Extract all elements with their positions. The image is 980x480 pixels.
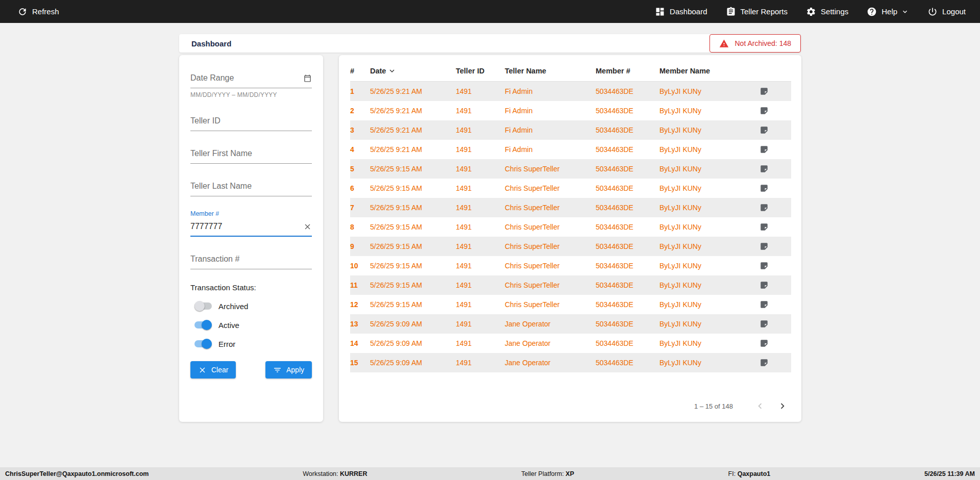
nav-teller-reports[interactable]: Teller Reports [726,7,788,17]
table-row[interactable]: 6 5/26/25 9:15 AM 1491 Chris SuperTeller… [350,179,791,198]
row-date: 5/26/25 9:09 AM [370,359,456,367]
toggle-active[interactable]: Active [190,320,312,330]
table-row[interactable]: 4 5/26/25 9:21 AM 1491 Fi Admin 5034463D… [350,140,791,159]
transaction-number-field [190,250,312,269]
row-number: 12 [350,300,370,309]
nav-dashboard[interactable]: Dashboard [655,7,707,17]
pagination-range: 1 – 15 of 148 [694,402,733,410]
note-icon[interactable] [760,145,791,154]
calendar-icon[interactable] [303,74,312,83]
table-row[interactable]: 5 5/26/25 9:15 AM 1491 Chris SuperTeller… [350,159,791,179]
col-date[interactable]: Date [370,66,456,75]
warning-icon [719,39,729,48]
nav-settings-label: Settings [821,7,848,16]
note-icon[interactable] [760,87,791,96]
table-row[interactable]: 9 5/26/25 9:15 AM 1491 Chris SuperTeller… [350,237,791,256]
row-member-name: ByLyJI KUNy [659,242,760,250]
note-icon[interactable] [760,300,791,309]
row-teller-id: 1491 [456,107,505,115]
teller-last-name-field [190,178,312,196]
row-date: 5/26/25 9:15 AM [370,223,456,231]
row-date: 5/26/25 9:15 AM [370,242,456,250]
note-icon[interactable] [760,164,791,173]
row-member-name: ByLyJI KUNy [659,262,760,270]
table-row[interactable]: 14 5/26/25 9:09 AM 1491 Jane Operator 50… [350,334,791,353]
clear-field-icon[interactable] [303,222,312,231]
not-archived-badge[interactable]: Not Archived: 148 [709,34,801,53]
toggle-error[interactable]: Error [190,339,312,349]
note-icon[interactable] [760,261,791,270]
status-platform: Teller Platform: XP [521,470,574,477]
row-teller-id: 1491 [456,300,505,309]
row-teller-id: 1491 [456,320,505,328]
row-member-name: ByLyJI KUNy [659,145,760,154]
row-teller-name: Jane Operator [505,339,596,347]
row-member-num: 5034463DE [596,339,659,347]
note-icon[interactable] [760,358,791,367]
logout-icon [927,7,938,17]
transaction-number-input[interactable] [190,255,312,264]
row-teller-id: 1491 [456,223,505,231]
teller-first-name-input[interactable] [190,149,312,158]
row-teller-name: Chris SuperTeller [505,204,596,212]
row-number: 5 [350,165,370,173]
row-teller-id: 1491 [456,184,505,192]
row-member-num: 5034463DE [596,107,659,115]
toggle-archived[interactable]: Archived [190,301,312,311]
table-row[interactable]: 11 5/26/25 9:15 AM 1491 Chris SuperTelle… [350,275,791,295]
chevron-down-icon [901,8,909,16]
table-row[interactable]: 12 5/26/25 9:15 AM 1491 Chris SuperTelle… [350,295,791,314]
col-teller-name: Teller Name [505,67,596,75]
note-icon[interactable] [760,242,791,251]
nav-help[interactable]: Help [867,7,909,17]
table-row[interactable]: 1 5/26/25 9:21 AM 1491 Fi Admin 5034463D… [350,82,791,101]
col-num: # [350,67,370,75]
date-range-input[interactable] [190,73,303,83]
table-row[interactable]: 8 5/26/25 9:15 AM 1491 Chris SuperTeller… [350,217,791,237]
teller-last-name-input[interactable] [190,182,312,191]
apply-button[interactable]: Apply [265,361,312,378]
note-icon[interactable] [760,184,791,193]
nav-settings[interactable]: Settings [806,7,848,17]
content-header: Dashboard Not Archived: 148 [179,34,801,53]
table-row[interactable]: 3 5/26/25 9:21 AM 1491 Fi Admin 5034463D… [350,120,791,140]
row-member-name: ByLyJI KUNy [659,184,760,192]
note-icon[interactable] [760,319,791,329]
row-member-num: 5034463DE [596,204,659,212]
row-member-num: 5034463DE [596,223,659,231]
toggle-archived-label: Archived [218,302,248,311]
note-icon[interactable] [760,339,791,348]
table-row[interactable]: 15 5/26/25 9:09 AM 1491 Jane Operator 50… [350,353,791,372]
not-archived-label: Not Archived: 148 [734,39,791,47]
error-switch[interactable] [194,339,212,349]
row-teller-name: Fi Admin [505,87,596,95]
page-next-icon[interactable] [777,400,788,412]
col-member-name: Member Name [659,67,760,75]
nav-logout[interactable]: Logout [927,7,966,17]
table-row[interactable]: 13 5/26/25 9:09 AM 1491 Jane Operator 50… [350,314,791,334]
row-teller-name: Jane Operator [505,359,596,367]
member-number-input[interactable] [190,222,303,231]
row-teller-name: Fi Admin [505,126,596,134]
table-row[interactable]: 10 5/26/25 9:15 AM 1491 Chris SuperTelle… [350,256,791,275]
settings-icon [806,7,816,17]
row-date: 5/26/25 9:09 AM [370,320,456,328]
clear-button[interactable]: Clear [190,361,236,378]
row-number: 13 [350,320,370,328]
archived-switch[interactable] [194,301,212,311]
row-member-num: 5034463DE [596,184,659,192]
table-row[interactable]: 7 5/26/25 9:15 AM 1491 Chris SuperTeller… [350,198,791,217]
active-switch[interactable] [194,320,212,330]
refresh-button[interactable]: Refresh [17,7,59,17]
note-icon[interactable] [760,281,791,290]
note-icon[interactable] [760,106,791,115]
note-icon[interactable] [760,222,791,232]
row-date: 5/26/25 9:09 AM [370,339,456,347]
row-member-name: ByLyJI KUNy [659,320,760,328]
table-row[interactable]: 2 5/26/25 9:21 AM 1491 Fi Admin 5034463D… [350,101,791,120]
teller-id-input[interactable] [190,116,312,125]
row-number: 8 [350,223,370,231]
note-icon[interactable] [760,125,791,135]
page-prev-icon[interactable] [754,400,766,412]
note-icon[interactable] [760,203,791,212]
